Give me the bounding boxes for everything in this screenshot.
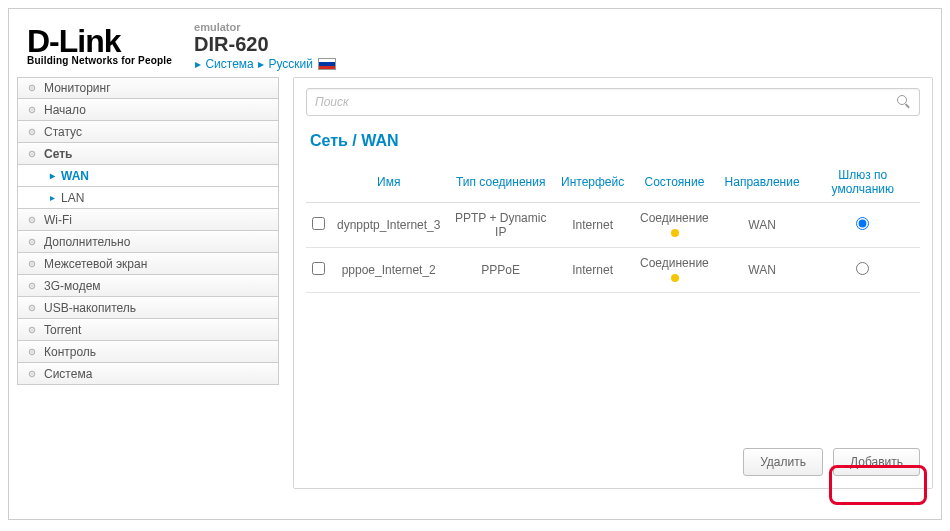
cell-type: PPTP + Dynamic IP — [446, 203, 555, 248]
sidebar-item-label: Межсетевой экран — [44, 257, 147, 271]
gear-icon — [28, 84, 36, 92]
gear-icon — [28, 238, 36, 246]
sidebar-item-label: USB-накопитель — [44, 301, 136, 315]
breadcrumb-system[interactable]: Система — [205, 57, 253, 71]
default-gateway-radio[interactable] — [856, 262, 869, 275]
sidebar-item-label: LAN — [61, 191, 84, 205]
search-placeholder: Поиск — [315, 95, 897, 109]
status-dot-icon — [671, 274, 679, 282]
sidebar-item-label: Статус — [44, 125, 82, 139]
cell-state: Соединение — [630, 203, 718, 248]
gear-icon — [28, 326, 36, 334]
col-gateway: Шлюз по умолчанию — [806, 162, 920, 203]
gear-icon — [28, 128, 36, 136]
gear-icon — [28, 216, 36, 224]
gear-icon — [28, 106, 36, 114]
sidebar-item-label: Torrent — [44, 323, 81, 337]
emulator-label: emulator — [194, 21, 336, 33]
sidebar-item-control[interactable]: Контроль — [17, 341, 279, 363]
breadcrumb: ▸ Система ▸ Русский — [194, 57, 336, 71]
model-name: DIR-620 — [194, 33, 336, 55]
delete-button[interactable]: Удалить — [743, 448, 823, 476]
sidebar-item-advanced[interactable]: Дополнительно — [17, 231, 279, 253]
breadcrumb-language[interactable]: Русский — [268, 57, 313, 71]
gear-icon — [28, 370, 36, 378]
col-interface: Интерфейс — [555, 162, 630, 203]
sidebar-item-label: 3G-модем — [44, 279, 101, 293]
col-type: Тип соединения — [446, 162, 555, 203]
logo-text: D-Link — [27, 27, 172, 55]
footer-buttons: Удалить Добавить — [743, 448, 920, 476]
logo: D-Link Building Networks for People — [27, 27, 172, 66]
sidebar-item-usb-storage[interactable]: USB-накопитель — [17, 297, 279, 319]
sidebar-item-start[interactable]: Начало — [17, 99, 279, 121]
status-dot-icon — [671, 229, 679, 237]
svg-point-21 — [31, 351, 33, 353]
svg-point-17 — [31, 307, 33, 309]
row-select-checkbox[interactable] — [312, 217, 325, 230]
chevron-right-icon: ▸ — [50, 170, 55, 181]
sidebar-item-monitoring[interactable]: Мониторинг — [17, 77, 279, 99]
sidebar-item-lan[interactable]: ▸ LAN — [17, 187, 279, 209]
col-direction: Направление — [719, 162, 806, 203]
sidebar-item-wan[interactable]: ▸ WAN — [17, 165, 279, 187]
cell-interface: Internet — [555, 203, 630, 248]
sidebar-item-system[interactable]: Система — [17, 363, 279, 385]
table-row[interactable]: dynpptp_Internet_3 PPTP + Dynamic IP Int… — [306, 203, 920, 248]
svg-point-3 — [31, 109, 33, 111]
search-input[interactable]: Поиск — [306, 88, 920, 116]
content-panel: Поиск Сеть / WAN Имя Тип соединения Инте… — [293, 77, 933, 489]
sidebar-item-label: Сеть — [44, 147, 72, 161]
default-gateway-radio[interactable] — [856, 217, 869, 230]
sidebar-item-torrent[interactable]: Torrent — [17, 319, 279, 341]
sidebar-item-status[interactable]: Статус — [17, 121, 279, 143]
table-header-row: Имя Тип соединения Интерфейс Состояние Н… — [306, 162, 920, 203]
gear-icon — [28, 260, 36, 268]
gear-icon — [28, 282, 36, 290]
gear-icon — [28, 150, 36, 158]
col-state: Состояние — [630, 162, 718, 203]
cell-direction: WAN — [719, 203, 806, 248]
logo-tagline: Building Networks for People — [27, 55, 172, 66]
search-icon — [897, 95, 911, 109]
col-name: Имя — [331, 162, 446, 203]
sidebar-item-label: Дополнительно — [44, 235, 130, 249]
gear-icon — [28, 348, 36, 356]
cell-direction: WAN — [719, 248, 806, 293]
page-title: Сеть / WAN — [310, 132, 916, 150]
sidebar-item-3g-modem[interactable]: 3G-модем — [17, 275, 279, 297]
header-info: emulator DIR-620 ▸ Система ▸ Русский — [194, 21, 336, 71]
cell-name: dynpptp_Internet_3 — [331, 203, 446, 248]
connections-table: Имя Тип соединения Интерфейс Состояние Н… — [306, 162, 920, 293]
gear-icon — [28, 304, 36, 312]
flag-ru-icon — [318, 58, 336, 70]
svg-point-7 — [31, 153, 33, 155]
chevron-right-icon: ▸ — [50, 192, 55, 203]
sidebar-item-label: Начало — [44, 103, 86, 117]
sidebar: Мониторинг Начало Статус Сеть ▸ WAN ▸ LA… — [17, 77, 279, 489]
svg-point-19 — [31, 329, 33, 331]
svg-point-11 — [31, 241, 33, 243]
add-button[interactable]: Добавить — [833, 448, 920, 476]
app-frame: D-Link Building Networks for People emul… — [8, 8, 942, 520]
table-row[interactable]: pppoe_Internet_2 PPPoE Internet Соединен… — [306, 248, 920, 293]
cell-type: PPPoE — [446, 248, 555, 293]
svg-point-13 — [31, 263, 33, 265]
chevron-right-icon: ▸ — [258, 57, 264, 71]
sidebar-item-label: Wi-Fi — [44, 213, 72, 227]
svg-point-23 — [31, 373, 33, 375]
cell-interface: Internet — [555, 248, 630, 293]
svg-point-5 — [31, 131, 33, 133]
chevron-right-icon: ▸ — [195, 57, 201, 71]
sidebar-item-wifi[interactable]: Wi-Fi — [17, 209, 279, 231]
svg-point-1 — [31, 87, 33, 89]
sidebar-item-network[interactable]: Сеть — [17, 143, 279, 165]
sidebar-item-firewall[interactable]: Межсетевой экран — [17, 253, 279, 275]
sidebar-item-label: Контроль — [44, 345, 96, 359]
header: D-Link Building Networks for People emul… — [9, 9, 941, 77]
svg-point-15 — [31, 285, 33, 287]
row-select-checkbox[interactable] — [312, 262, 325, 275]
sidebar-item-label: Мониторинг — [44, 81, 111, 95]
sidebar-item-label: Система — [44, 367, 92, 381]
svg-point-9 — [31, 219, 33, 221]
